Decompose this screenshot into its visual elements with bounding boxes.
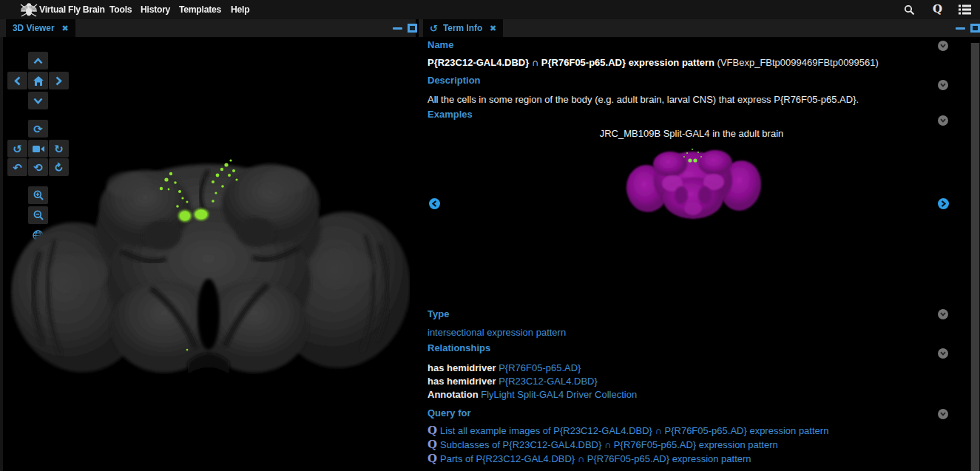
term-name-value: P{R23C12-GAL4.DBD} ∩ P{R76F05-p65.AD} ex… xyxy=(428,57,879,68)
rotate-y-icon: ⟳ xyxy=(33,123,43,135)
term-name-bold: P{R23C12-GAL4.DBD} ∩ P{R76F05-p65.AD} ex… xyxy=(428,57,714,68)
query-q-icon: Q xyxy=(428,425,437,436)
rotate-y-button[interactable]: ⟳ xyxy=(28,120,48,138)
term-info-tab-label: Term Info xyxy=(443,23,482,33)
relationship-row: has hemidriver P{R23C12-GAL4.DBD} xyxy=(428,376,598,387)
query-link-parts[interactable]: Q Parts of P{R23C12-GAL4.DBD} ∩ P{R76F05… xyxy=(428,453,751,464)
list-icon[interactable] xyxy=(959,4,971,15)
type-link[interactable]: intersectional expression pattern xyxy=(428,327,566,338)
chevron-down-icon xyxy=(940,83,946,87)
relationship-object-link[interactable]: FlyLight Split-GAL4 Driver Collection xyxy=(481,389,637,400)
query-q-icon: Q xyxy=(428,453,437,464)
maximize-icon[interactable] xyxy=(970,24,980,33)
query-link-subclasses[interactable]: Q Subclasses of P{R23C12-GAL4.DBD} ∩ P{R… xyxy=(428,439,778,450)
query-link-label: Subclasses of P{R23C12-GAL4.DBD} ∩ P{R76… xyxy=(440,439,778,450)
viewer-tab-label: 3D Viewer xyxy=(13,23,55,33)
pan-right-button[interactable] xyxy=(49,72,69,89)
home-icon xyxy=(33,76,44,86)
relationship-predicate: Annotation xyxy=(428,389,479,400)
menu-tools[interactable]: Tools xyxy=(109,4,132,15)
term-name-id: (VFBexp_FBtp0099469FBtp0099561) xyxy=(717,57,879,68)
collapse-toggle-type[interactable] xyxy=(938,309,948,319)
section-label-query-for: Query for xyxy=(428,407,471,419)
term-description-text: All the cells in some region of the body… xyxy=(428,94,859,105)
term-info-panel-header: ↺ Term Info ✖ xyxy=(419,19,980,37)
vfb-fly-logo-icon[interactable] xyxy=(19,1,38,18)
collapse-toggle-description[interactable] xyxy=(938,80,948,90)
section-label-description: Description xyxy=(428,75,481,86)
top-menu-bar: Virtual Fly Brain Tools History Template… xyxy=(0,0,980,20)
example-brain-thumbnail[interactable] xyxy=(625,142,762,224)
chevron-down-icon xyxy=(940,312,946,316)
chevron-down-icon xyxy=(33,98,43,104)
close-icon[interactable]: ✖ xyxy=(62,24,69,33)
viewer-panel: 3D Viewer ✖ ⟳ ↺ xyxy=(0,19,416,471)
section-label-examples: Examples xyxy=(428,109,473,120)
example-image-caption: JRC_MB109B Split-GAL4 in the adult brain xyxy=(419,128,964,139)
minimize-icon[interactable] xyxy=(393,27,402,30)
menu-templates[interactable]: Templates xyxy=(179,4,221,15)
relationship-row: Annotation FlyLight Split-GAL4 Driver Co… xyxy=(428,389,637,400)
relationship-object-link[interactable]: P{R23C12-GAL4.DBD} xyxy=(499,376,598,387)
section-label-name: Name xyxy=(428,39,453,50)
chevron-down-icon xyxy=(940,44,946,48)
menu-help[interactable]: Help xyxy=(231,4,249,15)
history-icon[interactable]: ↺ xyxy=(430,24,438,33)
viewer-panel-header: 3D Viewer ✖ xyxy=(0,19,416,37)
chevron-down-icon xyxy=(940,351,946,356)
tab-term-info[interactable]: ↺ Term Info ✖ xyxy=(423,19,503,37)
home-button[interactable] xyxy=(28,72,48,89)
relationship-predicate: has hemidriver xyxy=(428,362,496,373)
maximize-icon[interactable] xyxy=(408,24,417,33)
query-icon[interactable]: Q xyxy=(933,2,942,16)
section-label-type: Type xyxy=(428,308,449,319)
viewer-edge-strip xyxy=(0,37,3,471)
menu-virtual-fly-brain[interactable]: Virtual Fly Brain xyxy=(39,4,105,15)
close-icon[interactable]: ✖ xyxy=(490,24,496,33)
chevron-down-icon xyxy=(940,412,946,416)
chevron-up-icon xyxy=(33,58,43,64)
minimize-icon[interactable] xyxy=(956,27,965,30)
chevron-left-icon xyxy=(432,200,437,207)
section-label-relationships: Relationships xyxy=(428,342,490,353)
menu-history[interactable]: History xyxy=(141,4,170,15)
collapse-toggle-relationships[interactable] xyxy=(938,348,948,359)
chevron-down-icon xyxy=(940,118,946,123)
query-link-label: List all example images of P{R23C12-GAL4… xyxy=(440,425,828,436)
chevron-right-icon xyxy=(941,200,946,207)
carousel-prev-button[interactable] xyxy=(429,198,440,209)
scrollbar-thumb[interactable] xyxy=(971,43,979,471)
term-info-scrollbar[interactable] xyxy=(970,43,980,471)
pan-up-button[interactable] xyxy=(28,52,48,70)
query-q-icon: Q xyxy=(428,439,437,450)
collapse-toggle-query-for[interactable] xyxy=(938,409,948,419)
relationship-row: has hemidriver P{R76F05-p65.AD} xyxy=(428,362,581,373)
collapse-toggle-examples[interactable] xyxy=(938,115,948,126)
term-info-panel: ↺ Term Info ✖ Name P{R23C12-GAL4.DBD} ∩ … xyxy=(419,19,980,471)
term-info-content: Name P{R23C12-GAL4.DBD} ∩ P{R76F05-p65.A… xyxy=(419,37,980,471)
query-link-label: Parts of P{R23C12-GAL4.DBD} ∩ P{R76F05-p… xyxy=(440,453,751,464)
adult-brain-3d-mesh[interactable] xyxy=(10,140,410,377)
tab-3d-viewer[interactable]: 3D Viewer ✖ xyxy=(6,19,75,37)
relationship-object-link[interactable]: P{R76F05-p65.AD} xyxy=(499,362,581,373)
search-icon[interactable] xyxy=(904,4,915,16)
chevron-right-icon xyxy=(55,76,62,86)
carousel-next-button[interactable] xyxy=(938,198,949,209)
chevron-left-icon xyxy=(14,76,21,86)
relationship-predicate: has hemidriver xyxy=(428,376,496,387)
collapse-toggle-name[interactable] xyxy=(938,41,948,51)
viewer-canvas[interactable]: ⟳ ↺ ↻ ↶ ⟲ ↻ xyxy=(0,37,416,471)
vfb-app: Virtual Fly Brain Tools History Template… xyxy=(0,0,980,471)
pan-left-button[interactable] xyxy=(7,72,27,89)
query-link-example-images[interactable]: Q List all example images of P{R23C12-GA… xyxy=(428,425,828,436)
pan-down-button[interactable] xyxy=(28,92,48,109)
